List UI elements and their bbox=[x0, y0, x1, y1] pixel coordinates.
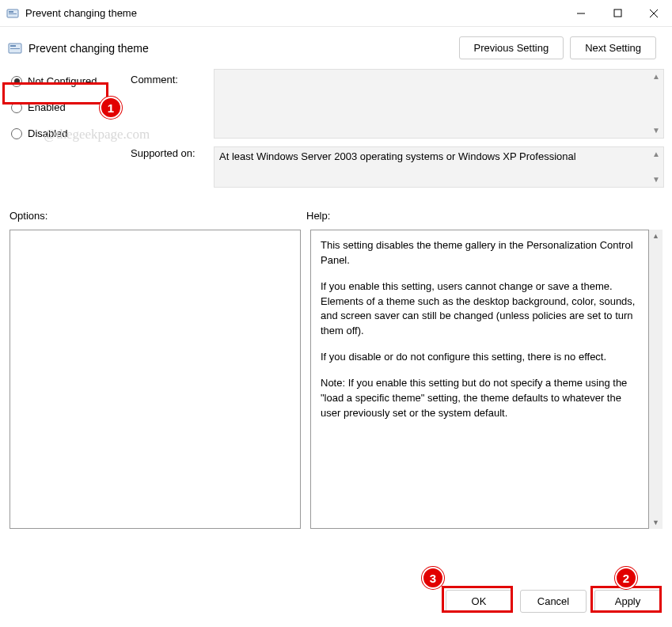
cancel-button[interactable]: Cancel bbox=[520, 590, 587, 613]
ok-button[interactable]: OK bbox=[446, 590, 512, 613]
previous-setting-button[interactable]: Previous Setting bbox=[459, 36, 564, 59]
radio-label: Not Configured bbox=[28, 75, 97, 87]
radio-not-configured[interactable]: Not Configured bbox=[8, 74, 123, 89]
help-label: Help: bbox=[306, 210, 330, 222]
supported-on-text: At least Windows Server 2003 operating s… bbox=[219, 150, 576, 162]
options-label: Options: bbox=[9, 210, 306, 222]
svg-rect-8 bbox=[10, 45, 16, 47]
scroll-up-icon[interactable]: ▲ bbox=[652, 73, 660, 81]
radio-icon bbox=[11, 102, 22, 113]
svg-rect-2 bbox=[9, 13, 17, 14]
options-panel bbox=[9, 230, 301, 529]
lower-area: Options: Help: This setting disables the… bbox=[0, 196, 672, 529]
policy-icon bbox=[8, 41, 22, 55]
help-paragraph: Note: If you enable this setting but do … bbox=[321, 376, 639, 421]
radio-disabled[interactable]: Disabled bbox=[8, 126, 123, 141]
scroll-up-icon[interactable]: ▲ bbox=[649, 230, 663, 242]
next-setting-button[interactable]: Next Setting bbox=[570, 36, 656, 59]
maximize-button[interactable] bbox=[599, 0, 636, 27]
scroll-down-icon[interactable]: ▼ bbox=[649, 516, 663, 529]
radio-icon bbox=[11, 128, 22, 139]
close-button[interactable] bbox=[636, 0, 672, 27]
svg-rect-9 bbox=[10, 48, 20, 49]
comment-label: Comment: bbox=[131, 74, 206, 86]
policy-title: Prevent changing theme bbox=[28, 42, 459, 55]
help-paragraph: If you disable or do not configure this … bbox=[321, 350, 639, 365]
help-panel: This setting disables the theme gallery … bbox=[310, 230, 649, 529]
label-column: Comment: Supported on: bbox=[131, 69, 206, 188]
annotation-badge: 2 bbox=[615, 567, 637, 589]
help-paragraph: If you enable this setting, users cannot… bbox=[321, 279, 639, 339]
config-area: Not Configured Enabled Disabled Comment:… bbox=[0, 66, 672, 196]
annotation-badge: 3 bbox=[422, 567, 444, 589]
header-row: Prevent changing theme Previous Setting … bbox=[0, 27, 672, 66]
scroll-down-icon[interactable]: ▼ bbox=[652, 176, 660, 184]
window-title: Prevent changing theme bbox=[25, 7, 563, 19]
policy-icon bbox=[6, 7, 19, 20]
radio-label: Enabled bbox=[28, 101, 66, 113]
svg-rect-1 bbox=[9, 11, 13, 13]
minimize-button[interactable] bbox=[563, 0, 599, 27]
help-scrollbar[interactable]: ▲ ▼ bbox=[649, 230, 663, 529]
titlebar: Prevent changing theme bbox=[0, 0, 672, 27]
lower-labels: Options: Help: bbox=[9, 210, 663, 222]
apply-button[interactable]: Apply bbox=[594, 590, 661, 613]
scroll-up-icon[interactable]: ▲ bbox=[652, 150, 660, 158]
svg-rect-4 bbox=[614, 10, 621, 17]
window-controls bbox=[563, 0, 672, 27]
comment-field[interactable]: ▲ ▼ bbox=[214, 69, 664, 139]
radio-enabled[interactable]: Enabled bbox=[8, 100, 123, 115]
field-column: ▲ ▼ At least Windows Server 2003 operati… bbox=[214, 69, 664, 188]
supported-on-label: Supported on: bbox=[131, 147, 196, 159]
help-panel-wrap: This setting disables the theme gallery … bbox=[310, 230, 663, 529]
nav-buttons: Previous Setting Next Setting bbox=[459, 36, 657, 59]
radio-label: Disabled bbox=[28, 127, 68, 139]
supported-on-field: At least Windows Server 2003 operating s… bbox=[214, 146, 664, 188]
radio-column: Not Configured Enabled Disabled bbox=[8, 69, 123, 188]
panels-row: This setting disables the theme gallery … bbox=[9, 230, 663, 529]
radio-icon bbox=[11, 76, 22, 87]
help-paragraph: This setting disables the theme gallery … bbox=[321, 238, 639, 268]
footer-buttons: OK Cancel Apply bbox=[446, 590, 661, 613]
scroll-down-icon[interactable]: ▼ bbox=[652, 127, 660, 135]
